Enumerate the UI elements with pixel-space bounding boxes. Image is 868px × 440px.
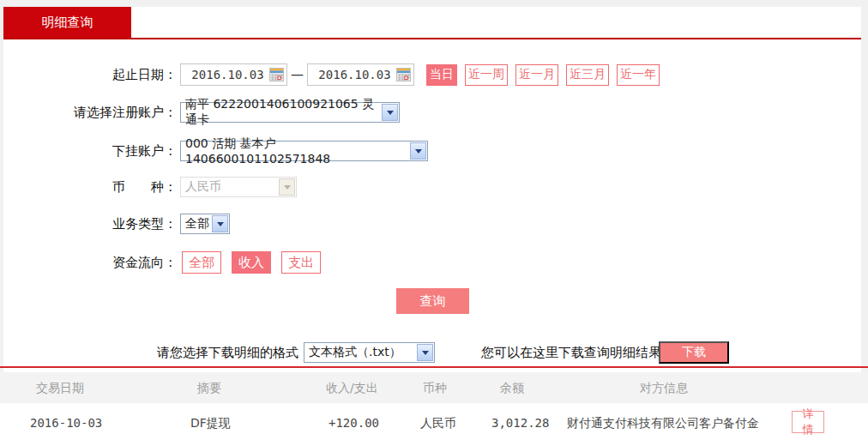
sub-account-label: 下挂账户： <box>3 143 177 160</box>
cell-counterparty: 财付通支付科技有限公司客户备付金 <box>567 416 759 431</box>
download-hint: 您可以在这里下载查询明细结果 <box>481 342 661 363</box>
chevron-down-icon <box>279 178 295 196</box>
chevron-down-icon[interactable] <box>382 104 398 121</box>
register-account-label: 请选择注册账户： <box>3 105 177 121</box>
cell-currency: 人民币 <box>420 416 456 431</box>
table-top-divider <box>0 366 868 368</box>
cell-date: 2016-10-03 <box>30 416 102 430</box>
col-header-date: 交易日期 <box>36 381 84 396</box>
fund-flow-income-button[interactable]: 收入 <box>232 251 271 274</box>
quick-range-week-button[interactable]: 近一周 <box>465 64 508 86</box>
download-button[interactable]: 下载 <box>659 341 729 364</box>
calendar-icon[interactable] <box>396 68 411 81</box>
cell-summary: DF提现 <box>190 416 231 431</box>
currency-row: 币 种： 人民币 <box>3 177 297 197</box>
table-row: 2016-10-03 DF提现 +120.00 人民币 3,012.28 财付通… <box>0 403 868 440</box>
currency-value: 人民币 <box>185 179 221 195</box>
currency-label: 币 种： <box>3 179 177 196</box>
date-range-label: 起止日期： <box>3 67 177 83</box>
download-format-label: 请您选择下载明细的格式 <box>157 342 298 363</box>
register-account-row: 请选择注册账户： 南平 6222001406100921065 灵通卡 <box>3 102 400 123</box>
sub-account-value: 000 活期 基本户 1406600101102571848 <box>185 136 410 166</box>
download-format-value: 文本格式（.txt） <box>309 345 401 360</box>
detail-button[interactable]: 详情 <box>792 411 824 433</box>
sub-account-row: 下挂账户： 000 活期 基本户 1406600101102571848 <box>3 141 428 161</box>
col-header-counterparty: 对方信息 <box>640 381 688 396</box>
col-header-summary: 摘要 <box>197 381 221 396</box>
quick-range-year-button[interactable]: 近一年 <box>617 64 660 86</box>
quick-range-today-button[interactable]: 当日 <box>426 64 457 86</box>
calendar-icon[interactable] <box>269 68 284 81</box>
business-type-select[interactable]: 全部 <box>180 214 230 234</box>
register-account-value: 南平 6222001406100921065 灵通卡 <box>185 97 382 128</box>
date-from-input[interactable]: 2016.10.03 <box>180 63 287 86</box>
col-header-currency: 币种 <box>423 381 447 396</box>
download-format-select[interactable]: 文本格式（.txt） <box>304 342 435 363</box>
date-range-row: 起止日期： 2016.10.03 — 2016.10.03 <box>3 63 660 86</box>
fund-flow-label: 资金流向： <box>3 255 177 271</box>
business-type-row: 业务类型： 全部 <box>3 214 230 234</box>
business-type-label: 业务类型： <box>3 216 177 232</box>
business-type-value: 全部 <box>185 216 209 232</box>
tab-underline <box>3 38 861 39</box>
register-account-select[interactable]: 南平 6222001406100921065 灵通卡 <box>180 102 400 123</box>
fund-flow-row: 资金流向： 全部 收入 支出 <box>3 251 321 274</box>
download-row: 请您选择下载明细的格式 文本格式（.txt） 您可以在这里下载查询明细结果 下载 <box>3 342 861 365</box>
fund-flow-expense-button[interactable]: 支出 <box>281 251 321 274</box>
chevron-down-icon[interactable] <box>417 344 433 361</box>
cell-amount: +120.00 <box>329 416 379 430</box>
sub-account-select[interactable]: 000 活期 基本户 1406600101102571848 <box>180 141 428 161</box>
fund-flow-all-button[interactable]: 全部 <box>182 251 221 274</box>
tab-detail-query[interactable]: 明细查询 <box>3 7 131 38</box>
col-header-amount: 收入/支出 <box>326 381 378 396</box>
chevron-down-icon[interactable] <box>410 142 426 160</box>
chevron-down-icon[interactable] <box>212 215 228 232</box>
quick-range-quarter-button[interactable]: 近三月 <box>566 64 609 86</box>
cell-balance: 3,012.28 <box>491 416 549 430</box>
query-button[interactable]: 查询 <box>396 288 469 314</box>
quick-range-month-button[interactable]: 近一月 <box>515 64 558 86</box>
table-header: 交易日期 摘要 收入/支出 币种 余额 对方信息 <box>0 372 868 403</box>
col-header-balance: 余额 <box>500 381 524 396</box>
page: 明细查询 起止日期： 2016.10.03 — <box>0 0 868 440</box>
content-panel: 明细查询 起止日期： 2016.10.03 — <box>3 7 861 440</box>
currency-select: 人民币 <box>180 177 297 197</box>
date-to-input[interactable]: 2016.10.03 <box>307 63 414 86</box>
date-range-separator: — <box>291 67 304 82</box>
